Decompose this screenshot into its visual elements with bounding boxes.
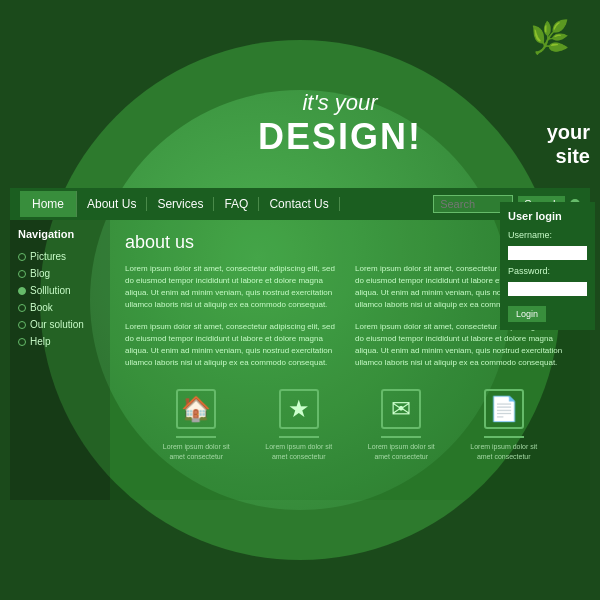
- sidebar-item-solllution[interactable]: Solllution: [18, 282, 102, 299]
- hero-section: it's your DESIGN!: [10, 60, 590, 178]
- sidebar: Navigation Pictures Blog Solllution Book…: [10, 220, 110, 500]
- footer-icon-text: Lorem ipsum dolor sit amet consectetur: [259, 442, 339, 462]
- nav-bullet-active: [18, 287, 26, 295]
- username-label: Username:: [508, 230, 587, 240]
- sidebar-item-help[interactable]: Help: [18, 333, 102, 350]
- nav-faq[interactable]: FAQ: [214, 197, 259, 211]
- footer-icons: 🏠 Lorem ipsum dolor sit amet consectetur…: [125, 379, 575, 472]
- your-site-text: your site: [547, 120, 590, 168]
- nav-bullet: [18, 321, 26, 329]
- sidebar-item-pictures[interactable]: Pictures: [18, 248, 102, 265]
- footer-item-star: ★ Lorem ipsum dolor sit amet consectetur: [259, 389, 339, 462]
- footer-item-doc: 📄 Lorem ipsum dolor sit amet consectetur: [464, 389, 544, 462]
- nav-about[interactable]: About Us: [77, 197, 147, 211]
- mail-icon: ✉: [381, 389, 421, 429]
- login-button[interactable]: Login: [508, 306, 546, 322]
- hero-line1: it's your: [90, 90, 590, 116]
- footer-line: [484, 436, 524, 438]
- leaf-icon: 🌿: [530, 18, 570, 56]
- nav-services[interactable]: Services: [147, 197, 214, 211]
- footer-line: [176, 436, 216, 438]
- footer-icon-text: Lorem ipsum dolor sit amet consectetur: [156, 442, 236, 462]
- footer-line: [279, 436, 319, 438]
- nav-bullet: [18, 253, 26, 261]
- sidebar-item-blog[interactable]: Blog: [18, 265, 102, 282]
- footer-line: [381, 436, 421, 438]
- login-title: User login: [508, 210, 587, 222]
- doc-icon: 📄: [484, 389, 524, 429]
- lorem-p3: Lorem ipsum dolor sit amet, consectetur …: [125, 321, 345, 369]
- footer-icon-text: Lorem ipsum dolor sit amet consectetur: [361, 442, 441, 462]
- nav-home[interactable]: Home: [20, 191, 77, 217]
- home-icon: 🏠: [176, 389, 216, 429]
- lorem-p1: Lorem ipsum dolor sit amet, consectetur …: [125, 263, 345, 311]
- nav-contact[interactable]: Contact Us: [259, 197, 339, 211]
- nav-bullet: [18, 304, 26, 312]
- nav-bullet: [18, 338, 26, 346]
- star-icon: ★: [279, 389, 319, 429]
- sidebar-item-book[interactable]: Book: [18, 299, 102, 316]
- username-input[interactable]: [508, 246, 587, 260]
- footer-item-mail: ✉ Lorem ipsum dolor sit amet consectetur: [361, 389, 441, 462]
- footer-item-home: 🏠 Lorem ipsum dolor sit amet consectetur: [156, 389, 236, 462]
- user-login-panel: User login Username: Password: Login: [500, 202, 595, 330]
- footer-icon-text: Lorem ipsum dolor sit amet consectetur: [464, 442, 544, 462]
- password-label: Password:: [508, 266, 587, 276]
- sidebar-item-our-solution[interactable]: Our solution: [18, 316, 102, 333]
- sidebar-title: Navigation: [18, 228, 102, 240]
- hero-line2: DESIGN!: [90, 116, 590, 158]
- password-input[interactable]: [508, 282, 587, 296]
- nav-bullet: [18, 270, 26, 278]
